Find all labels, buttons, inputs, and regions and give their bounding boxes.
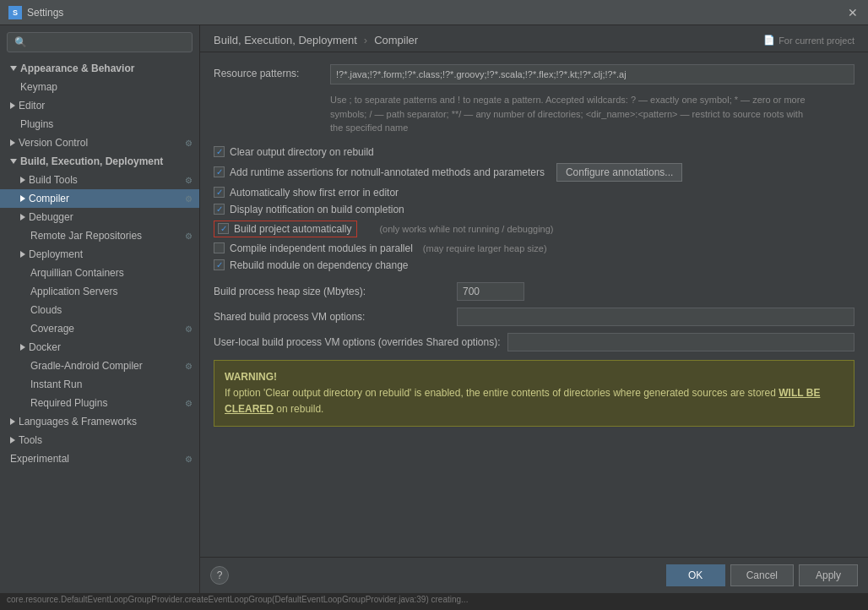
shared-vm-input[interactable] <box>457 308 854 326</box>
for-current-project: 📄 For current project <box>763 35 854 46</box>
user-local-vm-row: User-local build process VM options (ove… <box>214 333 854 351</box>
user-local-vm-input[interactable] <box>507 333 855 351</box>
sidebar-item-arquillian-containers[interactable]: Arquillian Containers <box>0 264 199 282</box>
close-button[interactable]: ✕ <box>846 6 860 19</box>
warning-box: WARNING! If option 'Clear output directo… <box>214 360 854 428</box>
expand-icon <box>20 195 25 202</box>
sidebar-item-label: Required Plugins <box>30 397 107 409</box>
checkbox-display-notification[interactable] <box>214 204 225 215</box>
title-bar-left: S Settings <box>8 6 63 19</box>
expand-icon <box>20 344 25 351</box>
sidebar-item-docker[interactable]: Docker <box>0 338 199 357</box>
expand-icon <box>10 159 17 164</box>
sidebar-item-debugger[interactable]: Debugger <box>0 208 199 226</box>
sidebar-item-label: Build Tools <box>29 174 78 186</box>
expand-icon <box>20 177 25 183</box>
shared-vm-row: Shared build process VM options: <box>214 308 854 326</box>
help-button[interactable]: ? <box>210 566 229 585</box>
option-runtime-assertions: Add runtime assertions for notnull-annot… <box>214 161 854 184</box>
sidebar-item-label: Instant Run <box>30 379 82 390</box>
sidebar-item-label: Plugins <box>20 118 53 130</box>
expand-icon <box>20 214 25 221</box>
checkbox-compile-independent[interactable] <box>214 242 225 253</box>
heap-size-row: Build process heap size (Mbytes): <box>214 282 854 301</box>
sidebar-item-label: Tools <box>19 434 42 446</box>
warning-text-part2: on rebuild. <box>274 403 323 415</box>
sidebar-item-version-control[interactable]: Version Control ⚙ <box>0 133 199 152</box>
option-label-compile-independent: Compile independent modules in parallel <box>230 242 413 254</box>
sidebar-item-coverage[interactable]: Coverage ⚙ <box>0 319 199 338</box>
checkbox-runtime-assertions[interactable] <box>214 166 225 177</box>
option-build-automatically-highlight: Build project automatically <box>214 221 357 237</box>
ok-button[interactable]: OK <box>666 564 725 586</box>
option-label-display-notification: Display notification on build completion <box>230 204 404 215</box>
sidebar: 🔍 Appearance & Behavior Keymap Editor Pl… <box>0 25 200 593</box>
sidebar-item-experimental[interactable]: Experimental ⚙ <box>0 449 199 468</box>
sidebar-item-label: Appearance & Behavior <box>20 63 134 74</box>
cancel-button[interactable]: Cancel <box>730 564 794 586</box>
sidebar-item-gradle-android-compiler[interactable]: Gradle-Android Compiler ⚙ <box>0 357 199 375</box>
sidebar-item-build-execution-deployment[interactable]: Build, Execution, Deployment <box>0 152 199 171</box>
sidebar-item-remote-jar-repositories[interactable]: Remote Jar Repositories ⚙ <box>0 226 199 245</box>
sidebar-item-languages-frameworks[interactable]: Languages & Frameworks <box>0 412 199 431</box>
expand-icon <box>10 102 15 109</box>
note-icon: ⚙ <box>185 194 193 204</box>
sidebar-item-required-plugins[interactable]: Required Plugins ⚙ <box>0 394 199 412</box>
title-bar: S Settings ✕ <box>0 0 868 25</box>
sidebar-item-keymap[interactable]: Keymap <box>0 78 199 96</box>
sidebar-item-application-servers[interactable]: Application Servers <box>0 282 199 301</box>
sidebar-item-label: Remote Jar Repositories <box>30 230 142 242</box>
checkbox-show-first-error[interactable] <box>214 187 225 198</box>
user-local-vm-label: User-local build process VM options (ove… <box>214 336 501 348</box>
option-label-show-first-error: Automatically show first error in editor <box>230 187 399 199</box>
note-icon: ⚙ <box>185 324 193 334</box>
checkbox-rebuild-module[interactable] <box>214 259 225 270</box>
heap-size-label: Build process heap size (Mbytes): <box>214 286 450 297</box>
checkbox-clear-output[interactable] <box>214 146 225 157</box>
option-clear-output: Clear output directory on rebuild <box>214 144 854 161</box>
settings-window: S Settings ✕ 🔍 Appearance & Behavior Key… <box>0 0 868 610</box>
search-icon: 🔍 <box>14 36 27 48</box>
bottom-bar: ? OK Cancel Apply <box>200 557 868 593</box>
sidebar-item-clouds[interactable]: Clouds <box>0 301 199 319</box>
sidebar-item-tools[interactable]: Tools <box>0 431 199 449</box>
search-box[interactable]: 🔍 <box>7 32 193 52</box>
sidebar-item-instant-run[interactable]: Instant Run <box>0 375 199 394</box>
sidebar-item-label: Languages & Frameworks <box>19 416 137 428</box>
breadcrumb-part2: Compiler <box>374 34 418 46</box>
sidebar-item-editor[interactable]: Editor <box>0 96 199 115</box>
main-panel: Build, Execution, Deployment › Compiler … <box>200 25 868 593</box>
sidebar-item-label: Arquillian Containers <box>30 267 124 279</box>
shared-vm-label: Shared build process VM options: <box>214 311 450 323</box>
status-bar: core.resource.DefaultEventLoopGroupProvi… <box>0 593 868 610</box>
sidebar-item-label: Coverage <box>30 323 74 335</box>
note-icon: ⚙ <box>185 455 193 464</box>
sidebar-item-label: Application Servers <box>30 286 117 297</box>
option-label-clear-output: Clear output directory on rebuild <box>230 146 374 158</box>
status-text: core.resource.DefaultEventLoopGroupProvi… <box>7 595 468 604</box>
note-icon: ⚙ <box>185 399 193 408</box>
sidebar-item-compiler[interactable]: Compiler ⚙ <box>0 189 199 208</box>
main-header: Build, Execution, Deployment › Compiler … <box>200 25 868 52</box>
heap-size-input[interactable] <box>457 282 524 301</box>
configure-annotations-button[interactable]: Configure annotations... <box>556 163 682 182</box>
sidebar-item-label: Docker <box>29 341 61 353</box>
resource-patterns-input[interactable] <box>330 64 854 84</box>
sidebar-item-deployment[interactable]: Deployment <box>0 245 199 264</box>
for-current-project-label: For current project <box>778 35 854 46</box>
sidebar-item-plugins[interactable]: Plugins <box>0 115 199 133</box>
checkbox-build-automatically[interactable] <box>218 223 229 234</box>
sidebar-item-build-tools[interactable]: Build Tools ⚙ <box>0 171 199 189</box>
option-label-rebuild-module: Rebuild module on dependency change <box>230 259 409 271</box>
search-input[interactable] <box>30 36 185 48</box>
sidebar-item-appearance-behavior[interactable]: Appearance & Behavior <box>0 59 199 78</box>
sidebar-item-label: Clouds <box>30 304 62 316</box>
apply-button[interactable]: Apply <box>799 564 858 586</box>
option-note-build-automatically: (only works while not running / debuggin… <box>379 224 553 234</box>
option-label-build-automatically: Build project automatically <box>234 223 351 235</box>
main-content: Resource patterns: Use ; to separate pat… <box>200 52 868 557</box>
expand-icon <box>20 251 25 258</box>
note-icon: ⚙ <box>185 176 193 185</box>
note-icon: ⚙ <box>185 231 193 241</box>
option-note-compile-independent: (may require larger heap size) <box>423 243 547 253</box>
